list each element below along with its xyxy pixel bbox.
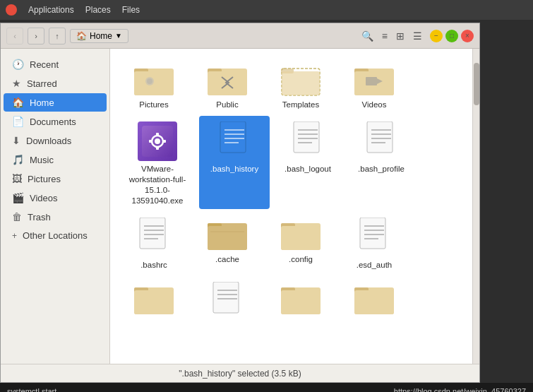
view-list-button[interactable]: ≡ bbox=[378, 28, 391, 44]
sidebar-label-other: Other Locations bbox=[23, 230, 88, 241]
sidebar-label-documents: Documents bbox=[30, 117, 76, 127]
sidebar-item-other[interactable]: + Other Locations bbox=[4, 227, 107, 244]
sidebar: 🕐 Recent ★ Starred 🏠 Home 📄 Documents ⬇ … bbox=[1, 49, 110, 364]
toolbar-icons: 🔍 ≡ ⊞ ☰ bbox=[358, 28, 426, 44]
view-grid-button[interactable]: ⊞ bbox=[393, 28, 408, 44]
home-label: Home bbox=[90, 31, 112, 41]
main-area: 🕐 Recent ★ Starred 🏠 Home 📄 Documents ⬇ … bbox=[1, 49, 479, 364]
bottom-bar: systemctl start ... https://blog.csdn.ne… bbox=[0, 383, 533, 392]
menu-applications[interactable]: Applications bbox=[28, 5, 74, 15]
scrollbar[interactable] bbox=[472, 49, 479, 364]
file-item-videos[interactable]: Videos bbox=[339, 57, 409, 113]
svg-rect-73 bbox=[354, 290, 394, 314]
svg-rect-63 bbox=[213, 282, 239, 313]
sidebar-item-home[interactable]: 🏠 Home bbox=[4, 93, 107, 112]
back-button[interactable]: ‹ bbox=[6, 28, 23, 44]
file-label-bashrc: .bashrc bbox=[140, 260, 167, 271]
file-manager-window: ‹ › ↑ 🏠 Home ▼ 🔍 ≡ ⊞ ☰ − □ × 🕐 Recent bbox=[0, 23, 480, 383]
folder-extra3-icon bbox=[281, 282, 321, 316]
file-label-bash-logout: .bash_logout bbox=[285, 164, 331, 174]
file-label-config: .config bbox=[289, 254, 313, 265]
app-icon bbox=[6, 4, 17, 16]
star-icon: ★ bbox=[12, 78, 21, 89]
text-file-bash-history-icon bbox=[217, 121, 251, 161]
scroll-thumb[interactable] bbox=[474, 63, 479, 105]
sidebar-label-videos: Videos bbox=[30, 193, 58, 203]
file-item-pictures[interactable]: Pictures bbox=[119, 57, 189, 113]
text-file-extra2-icon bbox=[210, 282, 244, 321]
sidebar-item-downloads[interactable]: ⬇ Downloads bbox=[4, 131, 107, 150]
sidebar-item-trash[interactable]: 🗑 Trash bbox=[4, 208, 107, 226]
file-item-extra4[interactable] bbox=[339, 276, 409, 327]
folder-cache-icon bbox=[208, 218, 247, 251]
music-icon: 🎵 bbox=[12, 154, 24, 165]
forward-button[interactable]: › bbox=[28, 28, 44, 44]
text-file-bashrc-icon bbox=[137, 218, 171, 257]
bottom-left-text: systemctl start ... bbox=[7, 387, 66, 392]
videos-icon: 🎬 bbox=[12, 192, 24, 203]
menu-files[interactable]: Files bbox=[122, 5, 140, 15]
file-item-extra2[interactable] bbox=[192, 276, 263, 327]
status-text: ".bash_history" selected (3.5 kB) bbox=[179, 369, 301, 379]
home-path-button[interactable]: 🏠 Home ▼ bbox=[70, 29, 128, 43]
file-item-bash-profile[interactable]: .bash_profile bbox=[346, 116, 417, 209]
folder-videos-icon bbox=[354, 63, 394, 97]
up-button[interactable]: ↑ bbox=[49, 28, 66, 44]
file-item-esd-auth[interactable]: .esd_auth bbox=[339, 212, 409, 273]
search-button[interactable]: 🔍 bbox=[358, 28, 377, 44]
vmware-icon bbox=[138, 121, 177, 161]
sidebar-item-recent[interactable]: 🕐 Recent bbox=[4, 55, 107, 73]
folder-extra4-icon bbox=[354, 282, 394, 316]
sidebar-label-starred: Starred bbox=[27, 78, 57, 89]
file-label-public: Public bbox=[216, 100, 238, 110]
file-item-cache[interactable]: .cache bbox=[192, 212, 263, 273]
chevron-down-icon: ▼ bbox=[115, 32, 122, 40]
file-label-vmware: VMware-workstation-full-15.1.0-13591040.… bbox=[123, 164, 192, 206]
close-button[interactable]: × bbox=[461, 30, 474, 42]
pictures-icon: 🖼 bbox=[12, 173, 22, 184]
file-item-extra1[interactable] bbox=[119, 276, 189, 327]
trash-icon: 🗑 bbox=[12, 211, 22, 222]
maximize-button[interactable]: □ bbox=[445, 30, 458, 42]
svg-rect-53 bbox=[281, 226, 321, 250]
svg-rect-62 bbox=[134, 290, 174, 314]
svg-point-4 bbox=[147, 78, 152, 84]
file-label-videos: Videos bbox=[362, 100, 387, 110]
folder-extra1-icon bbox=[134, 282, 174, 316]
file-item-bash-history[interactable]: .bash_history bbox=[199, 116, 270, 209]
file-label-cache: .cache bbox=[215, 254, 239, 265]
svg-point-18 bbox=[155, 138, 160, 144]
sidebar-label-music: Music bbox=[30, 155, 54, 165]
menu-button[interactable]: ☰ bbox=[409, 28, 426, 44]
sidebar-item-videos[interactable]: 🎬 Videos bbox=[4, 189, 107, 207]
svg-rect-35 bbox=[367, 121, 393, 153]
svg-rect-20 bbox=[156, 146, 159, 150]
sidebar-item-pictures[interactable]: 🖼 Pictures bbox=[4, 170, 107, 188]
text-file-bash-logout-icon bbox=[291, 121, 325, 161]
file-item-vmware[interactable]: VMware-workstation-full-15.1.0-13591040.… bbox=[119, 116, 196, 209]
file-item-bashrc[interactable]: .bashrc bbox=[119, 212, 189, 273]
sidebar-label-downloads: Downloads bbox=[26, 136, 71, 146]
svg-rect-22 bbox=[162, 140, 166, 143]
svg-rect-54 bbox=[360, 218, 385, 249]
top-menubar: Applications Places Files bbox=[0, 0, 533, 20]
file-label-esd-auth: .esd_auth bbox=[357, 260, 393, 271]
sidebar-item-starred[interactable]: ★ Starred bbox=[4, 74, 107, 93]
svg-rect-70 bbox=[281, 290, 321, 314]
minimize-button[interactable]: − bbox=[430, 30, 443, 42]
svg-rect-14 bbox=[366, 77, 377, 85]
file-item-templates[interactable]: Templates bbox=[265, 57, 336, 113]
sidebar-item-music[interactable]: 🎵 Music bbox=[4, 150, 107, 169]
folder-config-icon bbox=[281, 218, 321, 251]
file-item-public[interactable]: Public bbox=[192, 57, 263, 113]
file-item-bash-logout[interactable]: .bash_logout bbox=[273, 116, 343, 209]
bottom-right-text: https://blog.csdn.net/weixin_45760327 bbox=[394, 387, 526, 392]
menu-places[interactable]: Places bbox=[85, 5, 111, 15]
svg-rect-10 bbox=[282, 71, 320, 95]
downloads-icon: ⬇ bbox=[12, 135, 20, 146]
plus-icon: + bbox=[12, 231, 17, 241]
file-item-extra3[interactable] bbox=[265, 276, 336, 327]
file-item-config[interactable]: .config bbox=[265, 212, 336, 273]
svg-rect-2 bbox=[134, 71, 174, 95]
sidebar-item-documents[interactable]: 📄 Documents bbox=[4, 112, 107, 131]
